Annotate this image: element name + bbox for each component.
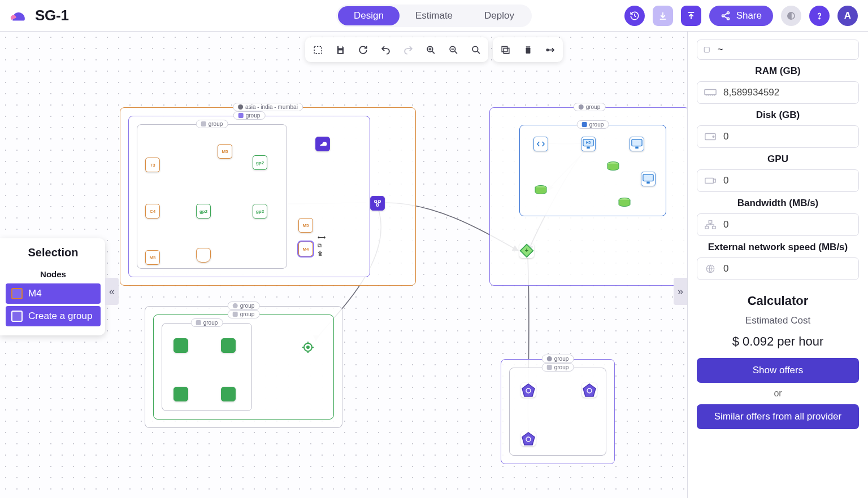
node-chip2[interactable] [221, 338, 236, 353]
collapse-left-icon[interactable]: « [105, 278, 119, 305]
show-offers-button[interactable]: Show offers [697, 358, 859, 383]
group-green[interactable]: group group [153, 314, 334, 420]
svg-line-16 [477, 51, 479, 53]
handle-connect-icon[interactable]: ⟷ [318, 235, 326, 241]
canvas-toolbar [305, 37, 563, 62]
handle-delete-icon[interactable]: 🗑 [318, 251, 323, 256]
tool-zoom-fit[interactable] [466, 40, 486, 60]
tool-refresh[interactable] [353, 40, 373, 60]
node-disk2[interactable] [533, 183, 548, 198]
tool-save[interactable] [330, 40, 350, 60]
node-m5b[interactable]: M5 [145, 250, 160, 265]
node-gp2a[interactable]: gp2 [253, 155, 267, 170]
svg-rect-35 [587, 147, 589, 149]
cpu-icon [11, 288, 23, 299]
node-disk1[interactable] [606, 159, 620, 174]
network-icon [704, 220, 717, 230]
group-pent-inner[interactable]: group [509, 368, 606, 456]
tool-select[interactable] [307, 40, 328, 60]
node-gp2c[interactable]: gp2 [253, 204, 267, 219]
group-tag-blue-outer: group [574, 103, 606, 111]
gpu-icon [704, 176, 717, 186]
group-tag-green-inner: group [191, 318, 223, 327]
logo-icon [9, 7, 28, 24]
tool-connect[interactable] [540, 40, 561, 60]
node-chip1[interactable] [173, 338, 188, 353]
avatar[interactable]: A [837, 6, 858, 26]
ext-value: 0 [723, 263, 728, 274]
svg-rect-21 [704, 47, 709, 53]
group-icon [11, 311, 23, 322]
collapse-right-icon[interactable]: » [674, 278, 687, 305]
svg-rect-17 [502, 46, 507, 52]
node-chip4[interactable] [221, 387, 236, 401]
node-m5c[interactable]: M5 [298, 218, 313, 233]
tool-undo[interactable] [375, 40, 396, 60]
group-purple-1[interactable]: group group T3 M5 gp2 C4 gp2 gp2 M5 M5 M… [128, 116, 370, 277]
or-separator: or [697, 388, 859, 399]
region-tag: asia - india - mumbai [233, 103, 303, 111]
region-asia-mumbai[interactable]: asia - india - mumbai group group T3 M5 … [120, 107, 416, 286]
region-blue[interactable]: group group H5 [489, 107, 689, 286]
group-tag-pent-inner: group [542, 363, 574, 372]
group-tag-green: group [228, 310, 260, 318]
node-cylinder[interactable] [196, 248, 211, 263]
tab-estimate[interactable]: Estimate [400, 6, 468, 25]
subgroup-1[interactable]: group T3 M5 gp2 C4 gp2 gp2 M5 [137, 124, 287, 269]
svg-rect-28 [705, 226, 708, 229]
node-diamond[interactable]: + [519, 243, 534, 258]
node-m4-selected[interactable]: M4 [298, 242, 313, 256]
calculator-subtitle: Estimated Cost [697, 315, 859, 326]
region-green-outer[interactable]: group group group [145, 306, 342, 428]
node-code[interactable] [533, 137, 548, 151]
tool-duplicate[interactable] [495, 40, 515, 60]
bw-input[interactable]: 0 [697, 213, 859, 236]
node-router[interactable] [370, 196, 385, 211]
node-monitor-h5[interactable]: H5 [581, 137, 596, 151]
theme-icon[interactable] [781, 6, 801, 26]
node-chip3[interactable] [173, 387, 188, 401]
ram-input[interactable]: 8,589934592 [697, 81, 859, 104]
region-purple-pentagon[interactable]: group group [501, 359, 615, 464]
svg-point-15 [472, 46, 478, 52]
node-c4[interactable]: C4 [145, 204, 160, 219]
svg-rect-7 [338, 50, 342, 53]
share-button[interactable]: Share [709, 6, 773, 26]
node-target[interactable] [301, 340, 315, 355]
handle-duplicate-icon[interactable]: ⧉ [318, 243, 322, 248]
svg-point-0 [727, 11, 729, 14]
topbar: SG-1 Design Estimate Deploy Share A [0, 0, 868, 32]
download-icon[interactable] [653, 6, 673, 26]
tool-zoom-out[interactable] [443, 40, 463, 60]
subgroup-green[interactable]: group [162, 323, 252, 411]
ext-input[interactable]: 0 [697, 257, 859, 280]
node-pentagon3[interactable] [521, 431, 536, 446]
group-tag-blue-inner: group [577, 120, 609, 129]
node-pentagon1[interactable] [521, 383, 536, 397]
node-monitor3[interactable] [641, 172, 656, 186]
create-group-button[interactable]: Create a group [6, 306, 101, 326]
tool-delete[interactable] [518, 40, 538, 60]
svg-rect-29 [713, 226, 715, 229]
truncated-field[interactable]: ~ [697, 40, 859, 60]
node-monitor2[interactable] [630, 137, 644, 151]
gpu-input[interactable]: 0 [697, 169, 859, 192]
node-pentagon2[interactable] [582, 383, 597, 397]
node-service-purple[interactable] [315, 137, 330, 151]
bw-label: Bandwidth (MB/s) [697, 198, 859, 209]
disk-input[interactable]: 0 [697, 125, 859, 148]
svg-point-1 [722, 15, 724, 17]
node-m5a[interactable]: M5 [218, 144, 232, 159]
history-icon[interactable] [624, 6, 645, 26]
upload-icon[interactable] [681, 6, 701, 26]
help-icon[interactable] [809, 6, 830, 26]
tool-zoom-in[interactable] [420, 40, 441, 60]
node-disk3[interactable] [617, 195, 632, 210]
node-gp2b[interactable]: gp2 [196, 204, 211, 219]
selection-node-m4[interactable]: M4 [6, 283, 101, 304]
tab-deploy[interactable]: Deploy [468, 6, 530, 25]
similar-offers-button[interactable]: Similar offers from all provider [697, 404, 859, 429]
tab-design[interactable]: Design [338, 6, 400, 25]
node-t3[interactable]: T3 [145, 158, 160, 172]
group-blue-inner[interactable]: group H5 [519, 125, 666, 216]
